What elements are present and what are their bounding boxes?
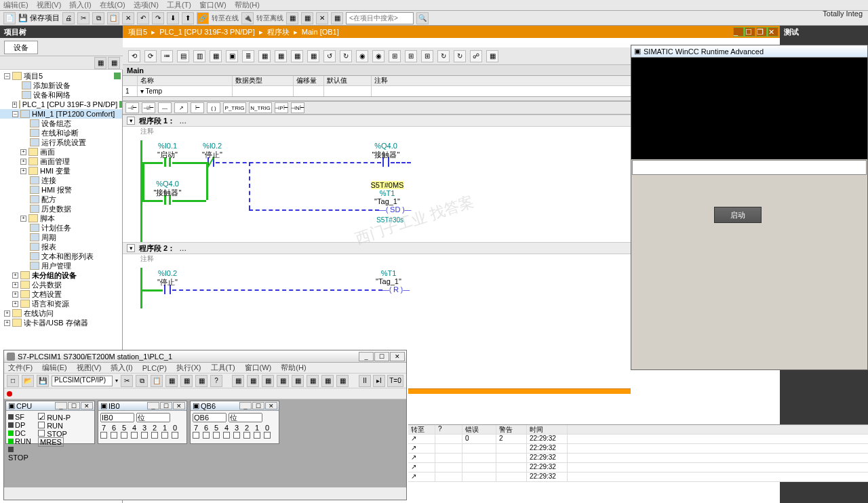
lad-branch-icon[interactable]: ↗ <box>174 102 188 113</box>
pause-icon[interactable]: II <box>359 375 371 387</box>
message-row[interactable]: ↗22:29:32 <box>408 472 868 482</box>
record-icon[interactable] <box>7 391 12 397</box>
ed-btn-icon[interactable]: ⊞ <box>405 50 417 62</box>
minimize-icon[interactable]: _ <box>733 27 744 37</box>
download-icon[interactable]: ⬇ <box>167 12 179 24</box>
tree-node[interactable]: –项目5 <box>0 71 122 81</box>
menu-insert[interactable]: 插入(I) <box>69 0 91 10</box>
tree-node[interactable]: +语言和资源 <box>0 299 122 308</box>
menu-edit[interactable]: 编辑(E) <box>3 0 28 10</box>
sim-icon[interactable]: 📋 <box>151 375 163 387</box>
collapse-icon[interactable]: ▾ <box>127 117 135 125</box>
lad-ntrig-button[interactable]: N_TRIG <box>249 102 272 113</box>
lad-coil-icon[interactable]: ( ) <box>207 102 220 113</box>
tree-node[interactable]: 报表 <box>0 242 122 252</box>
sim-icon[interactable]: ▦ <box>165 375 178 387</box>
tree-node[interactable]: 连接 <box>0 176 122 185</box>
ed-btn-icon[interactable]: ↻ <box>454 50 466 62</box>
message-row[interactable]: ↗22:29:32 <box>408 444 868 454</box>
tree-node[interactable]: HMI 报警 <box>0 185 122 195</box>
paste-icon[interactable]: 📋 <box>107 12 119 24</box>
copy-icon[interactable]: ⧉ <box>92 12 104 24</box>
search-input[interactable] <box>346 12 414 24</box>
restore-icon[interactable]: ❐ <box>756 27 767 37</box>
tree-node[interactable]: 设备和网络 <box>0 90 122 100</box>
lad-n-icon[interactable]: ⊣N⊢ <box>291 102 304 113</box>
upload-icon[interactable]: ⬆ <box>182 12 194 24</box>
stop-checkbox[interactable] <box>38 430 45 437</box>
ed-btn-icon[interactable]: ▦ <box>307 50 319 62</box>
sim-var-icon[interactable]: ▦ <box>277 375 289 387</box>
bc-2[interactable]: 程序块 <box>267 27 290 37</box>
new-project-icon[interactable]: 📄 <box>3 12 16 24</box>
lad-ptrig-button[interactable]: P_TRIG <box>223 102 246 113</box>
tree-node[interactable]: 运行系统设置 <box>0 138 122 147</box>
maximize-icon[interactable]: ☐ <box>745 27 755 37</box>
step-icon[interactable]: ▸I <box>373 375 385 387</box>
tree-node[interactable]: 配方 <box>0 195 122 204</box>
varrow-2[interactable] <box>233 86 294 96</box>
menu-window[interactable]: 窗口(W) <box>199 0 226 10</box>
menu-online[interactable]: 在线(O) <box>100 0 125 10</box>
hmi-start-button[interactable]: 启动 <box>714 207 762 223</box>
tree-node[interactable]: 历史数据 <box>0 204 122 214</box>
interface-select[interactable]: PLCSIM(TCP/IP) <box>52 376 113 386</box>
sim-ib0-window[interactable]: ▣IB0 _☐✕ 76543210 <box>98 401 187 444</box>
menu-view[interactable]: 视图(V) <box>37 0 62 10</box>
reset-time-button[interactable]: T=0 <box>387 375 403 387</box>
sim-var-icon[interactable]: ▦ <box>336 375 349 387</box>
close-icon[interactable]: ✕ <box>768 27 778 37</box>
ed-btn-icon[interactable]: ⟲ <box>128 50 140 62</box>
sim-icon[interactable]: ▦ <box>195 375 208 387</box>
lad-p-icon[interactable]: ⊣P⊢ <box>275 102 288 113</box>
tree-node[interactable]: +HMI 变量 <box>0 166 122 176</box>
tree-node[interactable]: 用户管理 <box>0 261 122 270</box>
sim-var-icon[interactable]: ▦ <box>292 375 304 387</box>
main-menubar[interactable]: 编辑(E) 视图(V) 插入(I) 在线(O) 选项(N) 工具(T) 窗口(W… <box>0 0 868 11</box>
go-offline-icon[interactable]: 🔌 <box>241 12 254 24</box>
tree-node[interactable]: –HMI_1 [TP1200 Comfort] <box>0 109 122 119</box>
tool-b-icon[interactable]: ▦ <box>301 12 313 24</box>
ed-btn-icon[interactable]: ▦ <box>486 50 498 62</box>
tree-node[interactable]: +文档设置 <box>0 289 122 299</box>
tool-d-icon[interactable]: ▦ <box>331 12 343 24</box>
tool-c-icon[interactable]: ✕ <box>316 12 328 24</box>
message-row[interactable]: ↗22:29:32 <box>408 454 868 463</box>
search-icon[interactable]: 🔍 <box>416 12 429 24</box>
sim-icon[interactable]: ⧉ <box>136 375 148 387</box>
qb6-addr-input[interactable] <box>193 413 226 422</box>
sim-var-icon[interactable]: ▦ <box>262 375 274 387</box>
ed-btn-icon[interactable]: ▦ <box>291 50 303 62</box>
sim-var-icon[interactable]: ▦ <box>307 375 319 387</box>
wincc-input-bar[interactable] <box>632 160 867 175</box>
tree-node[interactable]: 计划任务 <box>0 223 122 233</box>
ed-btn-icon[interactable]: ⟳ <box>144 50 157 62</box>
maximize-icon[interactable]: ☐ <box>374 352 389 361</box>
message-table[interactable]: 转至 ? 错误 警告 时间 ↗0222:29:32↗22:29:32↗22:29… <box>408 424 868 482</box>
wincc-runtime-window[interactable]: ▣ SIMATIC WinCC Runtime Advanced 启动 <box>631 45 868 370</box>
tree-node[interactable]: +脚本 <box>0 214 122 223</box>
ib0-fmt-select[interactable] <box>136 413 170 422</box>
bc-0[interactable]: 项目5 <box>128 27 147 37</box>
qb6-fmt-select[interactable] <box>229 413 262 422</box>
redo-icon[interactable]: ↷ <box>152 12 164 24</box>
varrow-4[interactable] <box>324 86 372 96</box>
plcsim-window[interactable]: S7-PLCSIM1 S7300/ET200M station_1\PLC_1 … <box>3 350 407 500</box>
go-online-label[interactable]: 转至在线 <box>212 14 239 23</box>
ed-btn-icon[interactable]: ◉ <box>372 50 384 62</box>
varrow-0[interactable]: 1 <box>123 86 138 96</box>
varrow-3[interactable] <box>294 86 324 96</box>
save-project-button[interactable]: 💾 保存项目 <box>18 13 60 23</box>
bc-3[interactable]: Main [OB1] <box>302 28 339 36</box>
sim-icon[interactable]: ▦ <box>180 375 193 387</box>
ed-btn-icon[interactable]: ▦ <box>275 50 287 62</box>
ed-btn-icon[interactable]: ↻ <box>437 50 450 62</box>
collapse-icon[interactable]: ▾ <box>127 244 135 252</box>
ed-btn-icon[interactable]: ▥ <box>193 50 205 62</box>
message-row[interactable]: ↗0222:29:32 <box>408 435 868 444</box>
tree-tool-2-icon[interactable]: ▦ <box>108 57 120 69</box>
ed-btn-icon[interactable]: ▦ <box>258 50 271 62</box>
bc-1[interactable]: PLC_1 [CPU 319F-3 PN/DP] <box>159 28 255 36</box>
tool-a-icon[interactable]: ▦ <box>286 12 298 24</box>
run-checkbox[interactable] <box>38 422 45 428</box>
